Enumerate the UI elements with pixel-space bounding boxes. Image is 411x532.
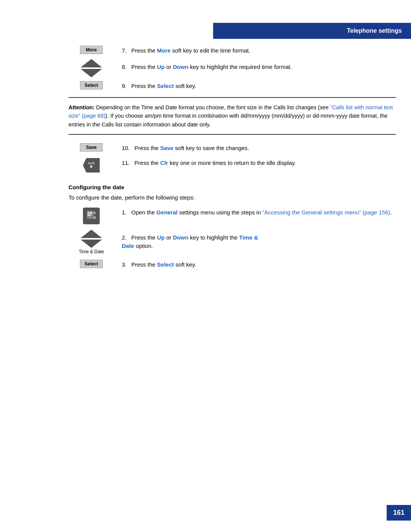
select-key-ref-2: Select (157, 261, 174, 268)
time-date-ref: Time &Date (122, 234, 258, 249)
down-key-icon-2 (81, 240, 102, 248)
step-11-text: 11. Press the Clr key one or more times … (122, 158, 396, 168)
page-header: Telephone settings (213, 23, 411, 39)
svg-rect-0 (87, 211, 94, 219)
accessing-menu-link[interactable]: "Accessing the General settings menu" (p… (262, 209, 390, 216)
step-7-text: 7. Press the More soft key to edit the t… (122, 46, 396, 55)
config-step-1-row: 1. Open the General settings menu using … (68, 208, 396, 224)
step-9-row: Select 9. Press the Select soft key. (68, 81, 396, 91)
more-key-ref: More (157, 47, 171, 54)
down-key-icon (81, 69, 102, 77)
config-step-3-text: 3. Press the Select soft key. (122, 260, 396, 269)
up-key-icon (81, 59, 102, 67)
step-10-text: 10. Press the Save soft key to save the … (122, 143, 396, 153)
nav-keys-8 (81, 59, 102, 77)
svg-rect-2 (88, 214, 92, 214)
config-step-3-row: Select 3. Press the Select soft key. (68, 260, 396, 269)
step-10-icon: Save (68, 143, 114, 152)
select-softkey-1: Select (80, 81, 103, 89)
nav-keys-2 (81, 230, 102, 248)
attention-label: Attention: (68, 104, 94, 110)
svg-rect-1 (88, 212, 92, 213)
up-key-ref-2: Up (157, 234, 165, 241)
step-7-number: 7. (122, 47, 130, 54)
config-step-1-text: 1. Open the General settings menu using … (122, 208, 396, 217)
more-softkey: More (80, 46, 103, 54)
svg-point-4 (93, 211, 96, 214)
step-7-icon: More (68, 46, 114, 54)
step-8-number: 8. (122, 64, 130, 70)
general-key-ref: General (156, 209, 178, 216)
attention-text-1: Depending on the Time and Date format yo… (96, 104, 330, 110)
step-8-row: 8. Press the Up or Down key to highlight… (68, 59, 396, 77)
step-8-text: 8. Press the Up or Down key to highlight… (122, 59, 396, 72)
clr-key-icon: CLR⊠ (83, 158, 100, 173)
step-9-number: 9. (122, 83, 130, 89)
save-softkey: Save (80, 143, 103, 152)
main-content: More 7. Press the More soft key to edit … (68, 46, 396, 274)
step-10-number: 10. (122, 145, 133, 151)
up-key-ref: Up (157, 64, 165, 70)
config-step-1-number: 1. (122, 209, 130, 216)
section-intro: To configure the date, perform the follo… (68, 194, 396, 201)
step-11-row: CLR⊠ 11. Press the Clr key one or more t… (68, 158, 396, 173)
config-step-2-text: 2. Press the Up or Down key to highlight… (122, 230, 396, 251)
config-step-3-number: 3. (122, 261, 130, 268)
step-11-number: 11. (122, 160, 133, 166)
step-11-icon: CLR⊠ (68, 158, 114, 173)
svg-rect-3 (88, 215, 91, 216)
attention-box: Attention: Depending on the Time and Dat… (68, 97, 396, 135)
settings-menu-icon (83, 208, 100, 224)
down-key-ref: Down (173, 64, 188, 70)
attention-text-2: ). If you choose am/pm time format in co… (68, 113, 387, 127)
save-key-ref: Save (160, 145, 174, 151)
step-9-icon: Select (68, 81, 114, 89)
down-key-ref-2: Down (173, 234, 188, 241)
config-step-2-row: Time & Date 2. Press the Up or Down key … (68, 230, 396, 254)
step-9-text: 9. Press the Select soft key. (122, 81, 396, 91)
clr-key-ref: Clr (160, 160, 168, 166)
section-heading: Configuring the date (68, 184, 396, 190)
select-key-ref-1: Select (157, 83, 174, 89)
time-date-label: Time & Date (79, 249, 104, 254)
up-key-icon-2 (81, 230, 102, 238)
config-step-2-icon: Time & Date (68, 230, 114, 254)
config-step-3-icon: Select (68, 260, 114, 268)
step-8-icon (68, 59, 114, 77)
page-number: 161 (393, 509, 405, 516)
step-10-row: Save 10. Press the Save soft key to save… (68, 143, 396, 153)
select-softkey-2: Select (80, 260, 103, 268)
config-step-1-icon (68, 208, 114, 224)
config-step-2-number: 2. (122, 234, 130, 241)
step-7-row: More 7. Press the More soft key to edit … (68, 46, 396, 55)
page-number-box: 161 (387, 505, 411, 521)
page-title: Telephone settings (347, 27, 402, 34)
